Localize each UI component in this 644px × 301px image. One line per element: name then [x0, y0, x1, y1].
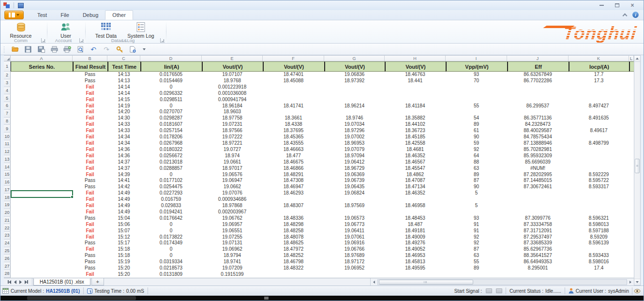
cell[interactable]: 19.06739 — [324, 178, 385, 184]
open-folder-button[interactable] — [11, 45, 19, 53]
dialog-launcher-icon[interactable] — [160, 38, 165, 43]
cell-series-no[interactable] — [11, 159, 73, 166]
cell[interactable]: 0.0270707 — [140, 109, 202, 115]
cell[interactable]: 19.06836 — [324, 72, 385, 78]
cell[interactable]: 85.70282981 — [507, 147, 569, 153]
user-button[interactable]: User — [50, 21, 81, 39]
cell[interactable] — [385, 196, 446, 203]
cell[interactable]: 19.07002 — [324, 134, 385, 140]
cell[interactable]: 18.4681 — [385, 147, 446, 153]
cell[interactable] — [446, 196, 507, 203]
cell[interactable]: Pass — [73, 253, 107, 259]
table-row[interactable]: Fail14:360.018032219.072718.4666319.0707… — [11, 147, 634, 153]
h-scroll-thumb[interactable] — [379, 280, 473, 285]
cell[interactable]: 18.43555 — [263, 140, 324, 147]
cell[interactable]: 87 — [446, 178, 507, 184]
cell[interactable]: 19.06957 — [202, 222, 263, 228]
cell[interactable]: 18.46663 — [263, 147, 324, 153]
cell[interactable]: 87.14485015 — [507, 178, 569, 184]
cell[interactable]: 18.96953 — [324, 140, 385, 147]
cell-series-no[interactable] — [11, 184, 73, 190]
col-letter-a[interactable]: A — [11, 56, 73, 61]
cell[interactable]: 18.48291 — [263, 172, 324, 178]
cell[interactable]: 14:14 — [107, 84, 140, 90]
cell[interactable]: 19.06947 — [202, 178, 263, 184]
row-number[interactable]: 23 — [4, 232, 11, 240]
cell[interactable]: 93 — [446, 215, 507, 222]
cell[interactable]: 0.000941794 — [202, 97, 263, 103]
cell-series-no[interactable] — [11, 203, 73, 209]
table-row[interactable]: Pass14:130.017650519.0710718.4740119.068… — [11, 72, 634, 78]
cell[interactable]: 8.598016 — [569, 259, 629, 265]
cell[interactable]: 14:36 — [107, 153, 140, 159]
cell[interactable]: 18.4862 — [385, 172, 446, 178]
dialog-launcher-icon[interactable] — [41, 38, 45, 43]
cell[interactable]: 92 — [446, 240, 507, 246]
scroll-right-button[interactable] — [627, 278, 634, 286]
cell[interactable] — [569, 97, 629, 103]
scroll-down-button[interactable] — [634, 279, 640, 285]
cell[interactable]: 19.06435 — [324, 184, 385, 190]
cell[interactable]: 0.0176642 — [140, 215, 202, 222]
cell-series-no[interactable] — [11, 121, 73, 128]
cell[interactable] — [263, 97, 324, 103]
table-row[interactable]: Fail14:360.025667218.97418.47718.9709418… — [11, 153, 634, 159]
row-number[interactable]: 3 — [4, 79, 11, 87]
cell[interactable] — [569, 190, 629, 196]
row-number-1[interactable]: 1 — [4, 61, 11, 72]
new-report-button[interactable] — [129, 45, 136, 53]
cell[interactable]: 18.46352 — [385, 190, 446, 196]
cell[interactable]: 14:49 — [107, 203, 140, 209]
cell[interactable] — [569, 209, 629, 215]
cell[interactable]: 0 — [140, 172, 202, 178]
cell[interactable]: Fail — [73, 103, 107, 109]
cell[interactable]: 0.0256672 — [140, 153, 202, 159]
cell[interactable]: 14:49 — [107, 196, 140, 203]
print-preview-button[interactable] — [76, 45, 84, 53]
cell[interactable]: 18.46947 — [263, 184, 324, 190]
col-letter-c[interactable]: C — [107, 56, 140, 61]
table-row[interactable]: Fail14:370.028885718.9701718.4686618.967… — [11, 166, 634, 172]
cell[interactable] — [507, 97, 569, 103]
cell[interactable]: 0 — [140, 103, 202, 109]
cell[interactable]: 8.491635 — [569, 115, 629, 121]
dialog-launcher-icon[interactable] — [79, 38, 84, 43]
cell[interactable]: 0.1915199 — [202, 271, 263, 278]
cell[interactable]: 19.07222 — [202, 134, 263, 140]
cell-series-no[interactable] — [11, 246, 73, 253]
cell[interactable]: 63 — [446, 166, 507, 172]
cell[interactable]: 0.0298287 — [140, 115, 202, 121]
cell[interactable]: 0.0174349 — [140, 240, 202, 246]
header-vout-4[interactable]: Vout/(V) — [385, 61, 446, 72]
cell[interactable] — [569, 271, 629, 278]
cell[interactable]: Fail — [73, 159, 107, 166]
cell[interactable]: 18.49595 — [385, 265, 446, 271]
table-row[interactable]: Fail15:120.017382219.0725518.4807819.070… — [11, 234, 634, 241]
col-letter-j[interactable]: J — [507, 56, 569, 61]
permission-button[interactable] — [116, 45, 123, 53]
row-number[interactable]: 26 — [4, 255, 11, 262]
cell[interactable]: 18.45813 — [385, 259, 446, 265]
cell[interactable]: 8.497427 — [569, 103, 629, 109]
cell[interactable]: 91 — [446, 222, 507, 228]
cell[interactable]: 18.48252 — [263, 253, 324, 259]
cell[interactable]: 18.46958 — [385, 203, 446, 209]
resource-button[interactable]: Resource — [3, 21, 38, 39]
cell[interactable]: 87.29537497 — [507, 234, 569, 241]
cell[interactable]: 18.46798 — [263, 259, 324, 265]
row-number[interactable]: 10 — [4, 133, 11, 140]
add-sheet-button[interactable]: + — [91, 278, 104, 286]
cell[interactable]: 0.029833 — [140, 203, 202, 209]
undo-button[interactable]: ↶ — [90, 45, 97, 53]
cell[interactable]: 84.78575434 — [507, 134, 569, 140]
cell[interactable]: 0.0319334 — [140, 259, 202, 265]
cell[interactable]: 86.35771136 — [507, 115, 569, 121]
cell[interactable]: Fail — [73, 153, 107, 159]
cell-series-no[interactable] — [11, 97, 73, 103]
cell[interactable]: 15:04 — [107, 215, 140, 222]
cell[interactable] — [385, 97, 446, 103]
cell[interactable]: 14:34 — [107, 134, 140, 140]
cell[interactable]: Fail — [73, 190, 107, 196]
cell[interactable] — [385, 109, 446, 115]
cell[interactable] — [385, 271, 446, 278]
